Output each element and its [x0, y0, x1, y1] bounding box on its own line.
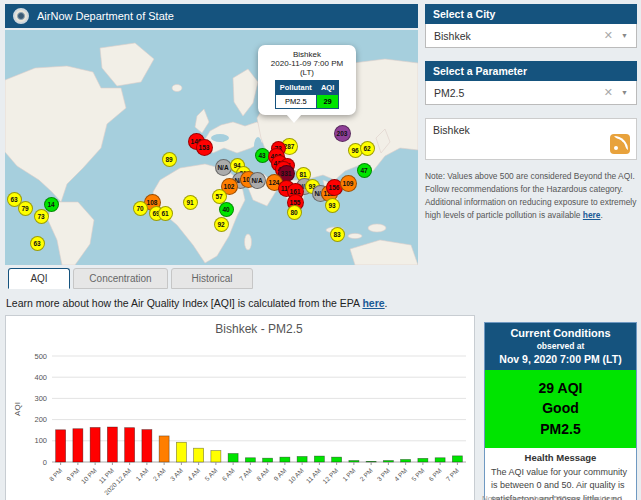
svg-text:1 PM: 1 PM	[341, 467, 357, 483]
aqi-marker[interactable]: 61	[158, 206, 173, 221]
feed-city: Bishkek	[433, 124, 470, 136]
svg-text:400: 400	[34, 373, 47, 382]
aqi-marker[interactable]: 109	[340, 175, 357, 192]
chevron-down-icon[interactable]: ▼	[621, 89, 628, 96]
svg-text:6 PM: 6 PM	[427, 467, 443, 483]
aqi-marker[interactable]: 40	[219, 202, 234, 217]
aqi-marker[interactable]: 47	[357, 163, 372, 178]
tab-bar: AQI Concentration Historical	[8, 268, 256, 289]
sidebar: Select a City Bishkek ✕ ▼ Select a Param…	[425, 4, 637, 222]
learn-more-text: Learn more about how the Air Quality Ind…	[6, 297, 362, 309]
aqi-category-block: 29 AQI Good PM2.5	[485, 370, 636, 448]
footer-note: Note: Values above 500 are considered Be…	[482, 493, 638, 500]
popup-city: Bishkek	[262, 50, 352, 59]
health-message-title: Health Message	[491, 452, 630, 463]
svg-text:6 AM: 6 AM	[220, 467, 235, 482]
svg-text:3 AM: 3 AM	[169, 467, 184, 482]
observed-at-label: observed at	[487, 341, 634, 351]
svg-text:2 AM: 2 AM	[151, 467, 166, 482]
observed-at-value: Nov 9, 2020 7:00 PM (LT)	[487, 353, 634, 365]
parameter-select-value: PM2.5	[434, 87, 604, 99]
aqi-marker[interactable]: 92	[214, 217, 229, 232]
rss-icon[interactable]	[610, 134, 630, 154]
svg-text:3 PM: 3 PM	[375, 467, 391, 483]
svg-text:9 PM: 9 PM	[65, 467, 81, 483]
city-select-value: Bishkek	[434, 30, 604, 42]
learn-more-here-link[interactable]: here	[362, 297, 384, 309]
svg-text:300: 300	[34, 394, 47, 403]
aqi-category: Good	[485, 398, 636, 418]
app-title: AirNow Department of State	[37, 10, 174, 22]
learn-more-suffix: .	[385, 297, 388, 309]
aqi-marker[interactable]: 83	[330, 227, 345, 242]
svg-text:AQI: AQI	[13, 402, 22, 416]
svg-text:8 AM: 8 AM	[255, 467, 270, 482]
svg-text:5 AM: 5 AM	[203, 467, 218, 482]
note-suffix: .	[601, 210, 603, 220]
page: AirNow Department of State	[0, 0, 641, 500]
aqi-marker[interactable]: 62	[360, 141, 375, 156]
aqi-marker[interactable]: N/A	[249, 172, 266, 189]
svg-text:7 AM: 7 AM	[238, 467, 253, 482]
learn-more-line: Learn more about how the Air Quality Ind…	[6, 297, 388, 309]
city-select-label: Select a City	[425, 4, 637, 24]
tab-aqi[interactable]: AQI	[8, 268, 70, 289]
clear-icon[interactable]: ✕	[604, 86, 613, 99]
aqi-value-line: 29 AQI	[485, 378, 636, 398]
note-here-link[interactable]: here	[583, 210, 601, 220]
clear-icon[interactable]: ✕	[604, 29, 613, 42]
svg-text:9 AM: 9 AM	[272, 467, 287, 482]
svg-text:0: 0	[43, 458, 47, 467]
popup-table: Pollutant AQI PM2.5 29	[275, 80, 339, 109]
aqi-marker[interactable]: 79	[18, 201, 33, 216]
aqi-marker[interactable]: 70	[133, 201, 148, 216]
svg-text:1 AM: 1 AM	[134, 467, 149, 482]
aqi-marker[interactable]: 153	[196, 139, 213, 156]
svg-text:4 PM: 4 PM	[393, 467, 409, 483]
svg-text:10 AM: 10 AM	[287, 467, 305, 485]
svg-text:11 AM: 11 AM	[304, 467, 322, 485]
aqi-marker[interactable]: 80	[287, 205, 302, 220]
parameter-select-label: Select a Parameter	[425, 61, 637, 81]
aqi-marker[interactable]: 93	[325, 198, 340, 213]
aqi-marker[interactable]: 73	[34, 209, 49, 224]
note-text: Note: Values above 500 are considered Be…	[425, 171, 636, 220]
current-conditions-header: Current Conditions observed at Nov 9, 20…	[485, 323, 636, 370]
aqi-chart: Bishkek - PM2.5AQI01002003004005008 PM9 …	[6, 316, 474, 500]
world-map[interactable]: 63791473638914615310870696191N/A9481N/A1…	[5, 30, 418, 265]
popup-aqi-value: 29	[316, 95, 338, 109]
current-conditions-title: Current Conditions	[487, 327, 634, 339]
aqi-marker[interactable]: 91	[183, 195, 198, 210]
aqi-note: Note: Values above 500 are considered Be…	[425, 170, 637, 222]
map-popup: Bishkek 2020-11-09 7:00 PM (LT) Pollutan…	[258, 45, 356, 115]
svg-text:200: 200	[34, 415, 47, 424]
chevron-down-icon[interactable]: ▼	[621, 32, 628, 39]
aqi-marker[interactable]: N/A	[215, 159, 232, 176]
svg-text:100: 100	[34, 436, 47, 445]
popup-col-pollutant: Pollutant	[275, 81, 316, 95]
feed-box: Bishkek	[425, 118, 637, 160]
aqi-marker[interactable]: 14	[44, 197, 59, 212]
city-select[interactable]: Bishkek ✕ ▼	[425, 24, 637, 48]
aqi-marker[interactable]: 89	[162, 152, 177, 167]
popup-timezone: (LT)	[262, 68, 352, 77]
tab-concentration[interactable]: Concentration	[73, 268, 168, 289]
svg-text:5 PM: 5 PM	[410, 467, 426, 483]
svg-text:2 PM: 2 PM	[358, 467, 374, 483]
svg-text:8 PM: 8 PM	[48, 467, 64, 483]
svg-text:500: 500	[34, 352, 47, 361]
popup-col-aqi: AQI	[316, 81, 338, 95]
svg-text:12 PM: 12 PM	[321, 467, 339, 485]
svg-text:Bishkek - PM2.5: Bishkek - PM2.5	[215, 322, 303, 336]
popup-pollutant-value: PM2.5	[275, 95, 316, 109]
aqi-parameter: PM2.5	[485, 419, 636, 439]
aqi-marker[interactable]: 203	[334, 125, 351, 142]
popup-datetime: 2020-11-09 7:00 PM	[262, 59, 352, 68]
dos-seal-logo	[13, 8, 29, 24]
app-header: AirNow Department of State	[5, 4, 418, 28]
svg-text:7 PM: 7 PM	[444, 467, 460, 483]
aqi-marker[interactable]: 63	[30, 236, 45, 251]
tab-historical[interactable]: Historical	[171, 268, 253, 289]
parameter-select[interactable]: PM2.5 ✕ ▼	[425, 81, 637, 105]
current-conditions-panel: Current Conditions observed at Nov 9, 20…	[484, 322, 637, 500]
